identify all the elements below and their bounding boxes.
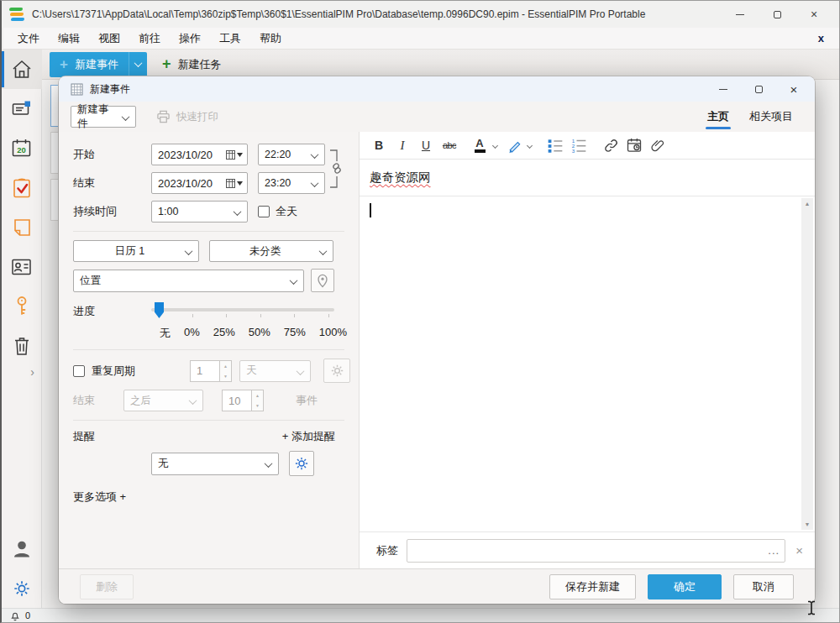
subject-field[interactable]: 趣奇资源网: [360, 160, 815, 196]
quick-print-label: 快速打印: [176, 110, 218, 124]
item-type-select[interactable]: 新建事件: [71, 106, 136, 128]
attach-file-button[interactable]: [647, 134, 669, 156]
sidebar-expand-button[interactable]: ›: [30, 365, 34, 382]
sidebar-item-calendar[interactable]: 20: [2, 128, 42, 168]
divider: [73, 420, 344, 421]
sidebar-item-profile[interactable]: [2, 529, 42, 568]
sidebar-item-today[interactable]: [2, 50, 42, 89]
maximize-button[interactable]: [759, 2, 795, 27]
menubar-close-button[interactable]: x: [818, 32, 824, 44]
underline-button[interactable]: U: [415, 134, 437, 156]
bullet-list-button[interactable]: [544, 134, 566, 156]
tags-input[interactable]: [407, 540, 763, 562]
menu-help[interactable]: 帮助: [250, 28, 291, 49]
menu-go[interactable]: 前往: [129, 28, 170, 49]
font-color-button[interactable]: A: [469, 134, 491, 156]
sidebar-item-tasks[interactable]: [2, 168, 42, 207]
spin-down-icon[interactable]: ▼: [220, 371, 231, 381]
highlight-button[interactable]: [503, 134, 525, 156]
spin-up-icon[interactable]: ▲: [220, 361, 231, 371]
progress-slider[interactable]: [151, 302, 334, 317]
menu-view[interactable]: 视图: [89, 28, 129, 49]
tick-none: 无: [160, 326, 171, 341]
editor-toolbar: B I U abc A: [360, 132, 815, 160]
new-event-split-button[interactable]: + 新建事件: [50, 52, 147, 77]
menubar: 文件 编辑 视图 前往 操作 工具 帮助 x: [3, 28, 839, 50]
dialog-close-button[interactable]: ×: [776, 77, 811, 101]
reminder-header-row: 提醒 + 添加提醒: [73, 429, 359, 444]
notification-count: 0: [25, 610, 30, 620]
end-time-select[interactable]: 23:20: [258, 172, 325, 194]
quick-print-button[interactable]: 快速打印: [156, 110, 218, 124]
map-pin-button[interactable]: [311, 269, 334, 292]
tags-clear-button[interactable]: ×: [794, 543, 805, 558]
delete-button[interactable]: 删除: [80, 574, 134, 599]
close-button[interactable]: ×: [795, 2, 832, 27]
dialog-maximize-button[interactable]: [741, 77, 776, 101]
sidebar-item-passwords[interactable]: [2, 286, 42, 326]
start-date-field[interactable]: 2023/10/20: [151, 144, 248, 165]
sidebar-item-contacts[interactable]: [2, 247, 42, 286]
svg-text:3: 3: [572, 148, 575, 154]
editor-scrollbar[interactable]: ▲ ▼: [801, 198, 813, 530]
start-time-value: 22:20: [265, 149, 291, 160]
menu-edit[interactable]: 编辑: [49, 28, 89, 49]
sidebar-item-trash[interactable]: [2, 326, 42, 365]
repeat-count-value: 10: [222, 390, 251, 411]
repeat-settings-button[interactable]: [323, 359, 350, 383]
ok-button[interactable]: 确定: [648, 574, 722, 599]
duration-label: 持续时间: [73, 204, 151, 219]
map-pin-icon: [316, 273, 329, 288]
end-date-field[interactable]: 2023/10/20: [151, 172, 248, 194]
bold-button[interactable]: B: [368, 134, 390, 156]
insert-date-button[interactable]: [623, 134, 645, 156]
italic-button[interactable]: I: [391, 134, 413, 156]
save-and-new-button[interactable]: 保存并新建: [549, 574, 636, 599]
tags-more-button[interactable]: ...: [763, 540, 785, 562]
insert-link-button[interactable]: [600, 134, 622, 156]
sidebar-item-settings[interactable]: [2, 568, 42, 608]
new-event-dropdown-button[interactable]: [129, 52, 147, 77]
end-label: 结束: [73, 175, 151, 191]
new-task-button[interactable]: + 新建任务: [162, 55, 222, 73]
spin-up-icon[interactable]: ▲: [252, 390, 263, 400]
calendar-value: 日历 1: [115, 244, 144, 259]
start-time-select[interactable]: 22:20: [258, 144, 325, 165]
menu-actions[interactable]: 操作: [170, 28, 210, 49]
tab-related[interactable]: 相关项目: [739, 102, 803, 132]
menu-file[interactable]: 文件: [8, 28, 49, 49]
numbered-list-button[interactable]: 123: [568, 134, 590, 156]
sidebar-item-notes[interactable]: [2, 207, 42, 247]
editor-body[interactable]: ▲ ▼: [360, 196, 815, 531]
strikethrough-button[interactable]: abc: [438, 134, 460, 156]
repeat-count-spinner[interactable]: 10 ▲▼: [222, 390, 264, 411]
chevron-down-icon[interactable]: [492, 142, 498, 148]
new-event-button[interactable]: + 新建事件: [50, 52, 129, 77]
more-options-link[interactable]: 更多选项 +: [73, 490, 126, 505]
calendar-select[interactable]: 日历 1: [73, 240, 199, 262]
sidebar-item-mail[interactable]: [2, 89, 42, 128]
duration-select[interactable]: 1:00: [151, 201, 248, 222]
repeat-interval-spinner[interactable]: 1 ▲▼: [190, 360, 232, 382]
chevron-down-icon[interactable]: [527, 142, 533, 148]
editor-pane: B I U abc A: [359, 132, 815, 568]
tab-home[interactable]: 主页: [697, 102, 739, 132]
scroll-up-icon[interactable]: ▲: [805, 198, 811, 209]
category-select[interactable]: 未分类: [209, 240, 333, 262]
repeat-end-mode-select[interactable]: 之后: [123, 390, 203, 411]
add-reminder-button[interactable]: + 添加提醒: [282, 429, 335, 444]
reminder-settings-button[interactable]: [289, 451, 314, 476]
new-event-label: 新建事件: [75, 57, 118, 72]
menu-tools[interactable]: 工具: [210, 28, 250, 49]
scroll-down-icon[interactable]: ▼: [805, 519, 811, 530]
repeat-unit-select[interactable]: 天: [239, 360, 311, 382]
all-day-checkbox[interactable]: 全天: [258, 204, 297, 219]
minimize-button[interactable]: [722, 2, 759, 27]
cancel-button[interactable]: 取消: [733, 574, 794, 599]
location-select[interactable]: 位置: [73, 270, 304, 292]
repeat-checkbox[interactable]: [73, 365, 85, 377]
dialog-minimize-button[interactable]: [706, 77, 741, 101]
chevron-down-icon: [297, 367, 305, 375]
spin-down-icon[interactable]: ▼: [252, 400, 263, 411]
reminder-select[interactable]: 无: [151, 453, 279, 475]
